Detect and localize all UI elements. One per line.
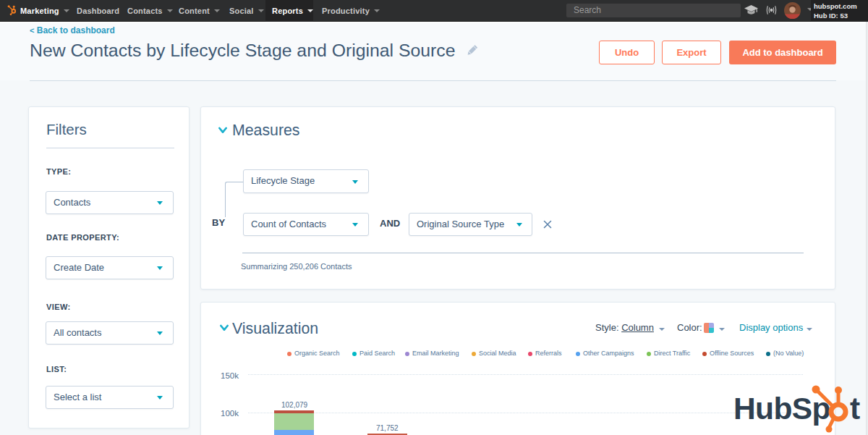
svg-text:HubSp: HubSp [733, 392, 830, 426]
svg-text:t: t [850, 392, 860, 426]
